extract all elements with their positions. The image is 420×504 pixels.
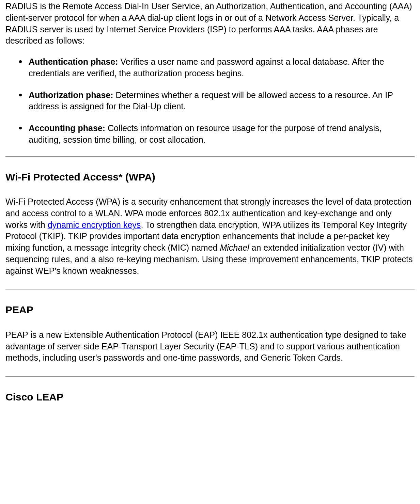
peap-paragraph: PEAP is a new Extensible Authentication … (5, 329, 415, 364)
list-item: Authorization phase: Determines whether … (19, 90, 415, 113)
peap-heading: PEAP (5, 303, 415, 317)
dynamic-encryption-keys-link[interactable]: dynamic encryption keys (48, 220, 141, 230)
list-item: Accounting phase: Collects information o… (19, 123, 415, 146)
phase-label: Accounting phase: (29, 123, 105, 133)
section-divider (5, 289, 415, 289)
wpa-paragraph: Wi-Fi Protected Access (WPA) is a securi… (5, 196, 415, 277)
wpa-heading: Wi-Fi Protected Access* (WPA) (5, 170, 415, 184)
intro-paragraph: RADIUS is the Remote Access Dial-In User… (5, 1, 415, 47)
phase-label: Authentication phase: (29, 57, 118, 66)
section-divider (5, 156, 415, 157)
section-divider (5, 376, 415, 377)
list-item: Authentication phase: Verifies a user na… (19, 56, 415, 79)
phases-list: Authentication phase: Verifies a user na… (5, 56, 415, 146)
wpa-italic-text: Michael (220, 243, 249, 252)
cisco-leap-heading: Cisco LEAP (5, 390, 415, 404)
phase-label: Authorization phase: (29, 90, 113, 100)
